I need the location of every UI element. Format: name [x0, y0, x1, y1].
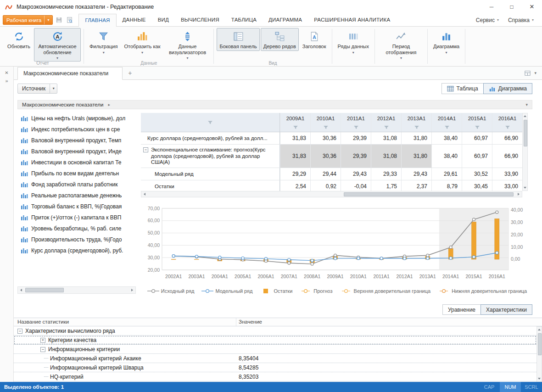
table-column-header[interactable]: 2015A1: [462, 113, 492, 132]
chevron-down-icon[interactable]: ▾: [50, 84, 57, 93]
ribbon-button[interactable]: AЗаголовок: [300, 28, 329, 51]
scroll-right-arrow[interactable]: [129, 287, 135, 293]
table-cell[interactable]: 31,80: [401, 145, 431, 168]
tree-horizontal-scrollbar[interactable]: [17, 286, 136, 294]
table-cell[interactable]: 30,36: [310, 145, 341, 168]
scroll-left-arrow[interactable]: [18, 287, 24, 293]
ribbon-button[interactable]: Дерево рядов: [261, 28, 299, 51]
table-column-header[interactable]: 2011A1: [341, 113, 371, 132]
scroll-down-arrow[interactable]: [522, 185, 528, 190]
characteristics-button[interactable]: Характеристики: [481, 304, 532, 315]
minimize-button[interactable]: ─: [481, 0, 502, 14]
legend-item[interactable]: Исходный ряд: [147, 288, 195, 294]
scroll-up-arrow[interactable]: [536, 327, 542, 332]
series-tree-item[interactable]: Прибыль по всем видам деятельн: [17, 168, 136, 179]
scroll-left-arrow[interactable]: [141, 191, 148, 197]
table-column-header[interactable]: 2010A1: [310, 113, 341, 132]
table-cell[interactable]: 60,97: [462, 145, 492, 168]
breadcrumb[interactable]: Макроэкономические показатели ▸ ▾: [17, 100, 532, 109]
series-tree-item[interactable]: Валовой внутренний продукт, Инде: [17, 146, 136, 157]
table-cell[interactable]: 29,39: [341, 132, 371, 144]
chevron-down-icon[interactable]: ▾: [534, 71, 536, 75]
service-menu[interactable]: Сервис▾: [472, 14, 503, 26]
ribbon-button[interactable]: Отобразить как▾: [121, 28, 163, 56]
table-cell[interactable]: 38,40: [431, 145, 462, 168]
table-cell[interactable]: 29,39: [341, 145, 371, 168]
table-cell[interactable]: 66,90: [492, 145, 522, 168]
ribbon-button[interactable]: Диаграмма▾: [430, 28, 462, 56]
ribbon-button[interactable]: Ряды данных▾: [335, 28, 372, 56]
document-tab[interactable]: Макроэкономические показатели: [17, 67, 123, 80]
panel-close-icon[interactable]: ✕: [0, 70, 13, 75]
collapse-expander-icon[interactable]: −: [40, 347, 45, 352]
legend-item[interactable]: Верхняя доверительная граница: [340, 288, 431, 294]
statistics-row[interactable]: HQ-критерий8,35203: [14, 372, 536, 381]
series-tree-item[interactable]: Инвестиции в основной капитал Те: [17, 157, 136, 168]
legend-item[interactable]: Остатки: [260, 288, 292, 294]
series-tree-item[interactable]: Фонд заработной платы работник: [17, 179, 136, 190]
statistics-row[interactable]: −Информационные критерии: [14, 345, 536, 354]
chevron-down-icon[interactable]: ▾: [525, 102, 528, 107]
series-tree-item[interactable]: Курс доллара (среднегодовой), руб.: [17, 245, 136, 256]
row-label-cell[interactable]: Модельный ряд: [141, 168, 280, 180]
table-column-header[interactable]: 2012A1: [371, 113, 401, 132]
table-view-button[interactable]: Таблица: [441, 83, 484, 94]
ribbon-button[interactable]: AАвтоматическое обновление▾: [34, 28, 81, 62]
table-cell[interactable]: 31,08: [371, 132, 401, 144]
series-tree-item[interactable]: Уровень безработицы, % раб. силе: [17, 223, 136, 234]
scroll-down-arrow[interactable]: [536, 376, 542, 381]
ribbon-tab-5[interactable]: ДИАГРАММА: [263, 14, 308, 26]
table-cell[interactable]: 31,83: [280, 132, 310, 144]
ribbon-button[interactable]: Боковая панель: [217, 28, 259, 51]
series-tree-item[interactable]: Валовой внутренний продукт, Темп: [17, 135, 136, 146]
table-cell[interactable]: 66,90: [492, 132, 522, 144]
ribbon-tab-2[interactable]: ВИД: [152, 14, 175, 26]
series-tree-item[interactable]: Производительность труда, %|Годо: [17, 234, 136, 245]
row-label-cell[interactable]: −Экспоненциальное сглаживание: прогноз(К…: [141, 145, 280, 168]
chart-view-button[interactable]: Диаграмма: [483, 83, 532, 94]
scroll-up-arrow[interactable]: [522, 113, 528, 119]
table-cell[interactable]: 30,36: [310, 132, 341, 144]
table-cell[interactable]: 29,43: [341, 168, 371, 180]
series-tree-item[interactable]: Индекс потребительских цен в сре: [17, 124, 136, 135]
table-cell[interactable]: 30,52: [462, 168, 492, 180]
ribbon-button[interactable]: Данные визуализаторов▾: [164, 28, 211, 62]
ribbon-tab-6[interactable]: РАСШИРЕННАЯ АНАЛИТИКА: [308, 14, 396, 26]
table-cell[interactable]: 29,29: [280, 168, 310, 180]
ribbon-tab-3[interactable]: ВЫЧИСЛЕНИЯ: [175, 14, 225, 26]
table-header-filter-cell[interactable]: [141, 113, 280, 132]
collapse-expander-icon[interactable]: +: [40, 338, 45, 343]
table-cell[interactable]: 33,90: [492, 168, 522, 180]
series-tree-item[interactable]: Цены на нефть Urals (мировые), дол: [17, 113, 136, 124]
ribbon-tab-4[interactable]: ТАБЛИЦА: [225, 14, 263, 26]
maximize-button[interactable]: □: [502, 0, 522, 14]
statistics-row[interactable]: Информационный критерий Шварца8,54285: [14, 363, 536, 372]
table-cell[interactable]: 29,33: [371, 168, 401, 180]
help-menu[interactable]: Справка▾: [504, 14, 537, 26]
panel-expand-icon[interactable]: »: [0, 78, 13, 84]
table-column-header[interactable]: 2009A1: [280, 113, 310, 132]
table-column-header[interactable]: 2013A1: [401, 113, 431, 132]
workbook-menu-button[interactable]: Рабочая книга ▾: [3, 15, 53, 25]
ribbon-button[interactable]: Период отображения▾: [378, 28, 425, 62]
collapse-expander-icon[interactable]: −: [143, 147, 148, 152]
scroll-right-arrow[interactable]: [515, 191, 522, 197]
table-column-header[interactable]: 2014A1: [431, 113, 462, 132]
table-cell[interactable]: 31,08: [371, 145, 401, 168]
table-cell[interactable]: 31,80: [401, 132, 431, 144]
series-tree-item[interactable]: Реальные располагаемые денежнь: [17, 190, 136, 201]
statistics-row[interactable]: −Характеристики вычислимого ряда: [14, 326, 536, 336]
statistics-row[interactable]: +Критерии качества: [14, 336, 536, 345]
table-cell[interactable]: 60,97: [462, 132, 492, 144]
source-button[interactable]: Источник ▾: [17, 84, 57, 94]
ribbon-tab-1[interactable]: ДАННЫЕ: [117, 14, 152, 26]
combo-chart-area[interactable]: 20,0030,0040,0050,0060,0070,000,0010,002…: [141, 205, 533, 286]
table-cell[interactable]: 29,61: [431, 168, 462, 180]
table-horizontal-scrollbar[interactable]: [141, 191, 522, 197]
table-vertical-scrollbar[interactable]: [522, 113, 528, 191]
window-layout-icon[interactable]: [524, 70, 531, 77]
table-cell[interactable]: 38,40: [431, 132, 462, 144]
table-cell[interactable]: 31,83: [280, 145, 310, 168]
legend-item[interactable]: Модельный ряд: [201, 288, 252, 294]
close-button[interactable]: ✕: [522, 0, 542, 14]
